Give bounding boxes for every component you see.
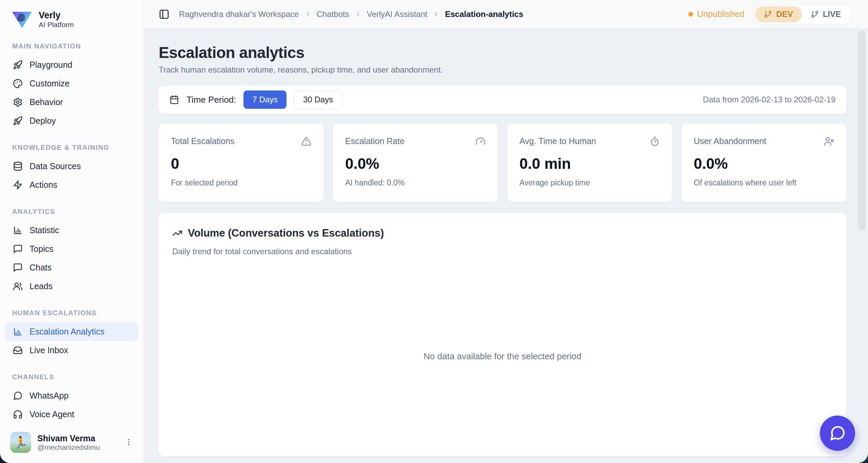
section-title-human-escalations: HUMAN ESCALATIONS xyxy=(0,300,143,322)
sidebar-item-label: Playground xyxy=(29,60,72,70)
breadcrumb-current-page: Escalation-analytics xyxy=(445,9,523,19)
sidebar-item-label: WhatsApp xyxy=(29,391,68,401)
sidebar-item-deploy[interactable]: Deploy xyxy=(5,112,139,130)
sidebar-item-behavior[interactable]: Behavior xyxy=(5,93,139,112)
publish-status-badge: Unpublished xyxy=(688,9,744,19)
stat-subtext: For selected period xyxy=(171,178,311,187)
inbox-icon xyxy=(13,345,23,355)
sidebar-nav: MAIN NAVIGATION Playground Customize Beh… xyxy=(0,42,143,423)
sidebar-item-whatsapp[interactable]: WhatsApp xyxy=(5,386,139,405)
top-header: Raghvendra dhakar's Workspace Chatbots V… xyxy=(144,0,868,28)
section-title-analytics: ANALYTICS xyxy=(0,199,143,221)
panel-left-icon[interactable] xyxy=(159,9,170,20)
users-icon xyxy=(13,281,23,291)
dev-toggle-label: DEV xyxy=(776,9,793,19)
stat-value: 0.0% xyxy=(694,155,834,172)
user-x-icon xyxy=(824,136,834,146)
time-period-30-days-button[interactable]: 30 Days xyxy=(294,90,342,109)
rocket-icon xyxy=(13,116,23,126)
sidebar-item-label: Chats xyxy=(29,263,52,273)
env-toggle: DEV LIVE xyxy=(753,4,852,24)
sidebar-item-label: Leads xyxy=(29,281,53,291)
scrollbar-thumb[interactable] xyxy=(858,31,866,230)
stat-card-avg-time-to-human: Avg. Time to Human 0.0 min Average picku… xyxy=(507,123,672,202)
sidebar-item-voice-agent[interactable]: Voice Agent xyxy=(5,405,139,423)
live-toggle-button[interactable]: LIVE xyxy=(802,6,850,22)
sidebar-item-statistic[interactable]: Statistic xyxy=(5,221,139,240)
dev-toggle-button[interactable]: DEV xyxy=(755,6,802,22)
sidebar-item-label: Customize xyxy=(29,79,70,88)
sidebar-item-label: Voice Agent xyxy=(29,409,74,419)
time-period-bar: Time Period: 7 Days 30 Days Data from 20… xyxy=(159,85,846,114)
user-profile[interactable]: 🏃 Shivam Verma @mechanizedstimu xyxy=(0,423,143,463)
bar-chart-icon xyxy=(13,327,23,337)
sidebar-item-leads[interactable]: Leads xyxy=(5,277,139,296)
sidebar-item-actions[interactable]: Actions xyxy=(5,176,139,194)
brand: Verly AI Platform xyxy=(0,10,143,29)
sidebar-item-label: Statistic xyxy=(29,225,59,235)
date-range-note: Data from 2026-02-13 to 2026-02-19 xyxy=(703,95,835,104)
palette-icon xyxy=(13,79,23,88)
time-period-7-days-button[interactable]: 7 Days xyxy=(243,90,287,109)
sidebar-item-label: Live Inbox xyxy=(29,345,68,355)
section-title-knowledge-training: KNOWLEDGE & TRAINING xyxy=(0,135,143,157)
app-window: Verly AI Platform MAIN NAVIGATION Playgr… xyxy=(0,0,868,463)
gear-icon xyxy=(13,97,23,107)
message-circle-icon xyxy=(13,391,23,401)
message-circle-icon xyxy=(829,425,846,442)
chevron-right-icon xyxy=(433,11,439,18)
headphones-icon xyxy=(13,409,23,419)
sidebar-item-label: Data Sources xyxy=(29,161,81,171)
message-square-icon xyxy=(13,244,23,254)
sidebar-item-live-inbox[interactable]: Live Inbox xyxy=(5,341,139,360)
sidebar: Verly AI Platform MAIN NAVIGATION Playgr… xyxy=(0,0,144,463)
chevron-right-icon xyxy=(355,11,361,18)
stat-subtext: Average pickup time xyxy=(519,178,660,187)
alert-triangle-icon xyxy=(301,136,311,146)
brand-tagline: AI Platform xyxy=(39,21,74,29)
section-title-channels: CHANNELS xyxy=(0,364,143,386)
sidebar-item-label: Deploy xyxy=(29,116,56,126)
more-vertical-icon[interactable] xyxy=(124,438,133,447)
status-dot-icon xyxy=(688,12,693,17)
avatar: 🏃 xyxy=(10,432,31,453)
user-name: Shivam Verma xyxy=(37,433,100,443)
sidebar-item-escalation-analytics[interactable]: Escalation Analytics xyxy=(5,322,139,341)
breadcrumb-assistant[interactable]: VerlyAI Assistant xyxy=(367,9,428,19)
stat-label: User Abandonment xyxy=(694,136,766,146)
user-handle: @mechanizedstimu xyxy=(37,443,100,451)
chart-empty-message: No data available for the selected perio… xyxy=(423,351,581,362)
git-branch-icon xyxy=(811,10,819,18)
breadcrumb-chatbots[interactable]: Chatbots xyxy=(317,9,349,19)
zap-icon xyxy=(13,180,23,190)
stat-card-escalation-rate: Escalation Rate 0.0% AI handled: 0.0% xyxy=(333,123,498,202)
stat-value: 0.0 min xyxy=(519,155,660,172)
breadcrumb-workspace[interactable]: Raghvendra dhakar's Workspace xyxy=(179,9,299,19)
page-title: Escalation analytics xyxy=(159,43,846,62)
sidebar-item-playground[interactable]: Playground xyxy=(5,56,139,74)
git-branch-icon xyxy=(764,10,772,18)
verly-logo-icon xyxy=(12,11,32,28)
stat-label: Escalation Rate xyxy=(345,136,405,146)
sidebar-item-chats[interactable]: Chats xyxy=(5,258,139,277)
gauge-icon xyxy=(475,136,486,146)
stat-label: Avg. Time to Human xyxy=(519,136,596,146)
chart-plot-area: No data available for the selected perio… xyxy=(172,256,833,456)
stat-subtext: Of escalations where user left xyxy=(694,178,834,187)
message-square-icon xyxy=(13,263,23,273)
stat-card-total-escalations: Total Escalations 0 For selected period xyxy=(159,123,323,202)
sidebar-item-label: Actions xyxy=(29,180,57,190)
bar-chart-icon xyxy=(13,225,23,235)
brand-name: Verly xyxy=(39,10,74,21)
chart-title: Volume (Conversations vs Escalations) xyxy=(188,227,384,239)
sidebar-item-customize[interactable]: Customize xyxy=(5,74,139,93)
sidebar-item-topics[interactable]: Topics xyxy=(5,240,139,258)
calendar-icon xyxy=(170,95,179,104)
main-area: Raghvendra dhakar's Workspace Chatbots V… xyxy=(144,0,868,463)
section-title-main-navigation: MAIN NAVIGATION xyxy=(0,42,143,56)
timer-icon xyxy=(650,136,660,146)
page-subtitle: Track human escalation volume, reasons, … xyxy=(159,65,846,75)
live-toggle-label: LIVE xyxy=(823,9,841,19)
chat-widget-button[interactable] xyxy=(820,416,855,451)
sidebar-item-data-sources[interactable]: Data Sources xyxy=(5,157,139,176)
